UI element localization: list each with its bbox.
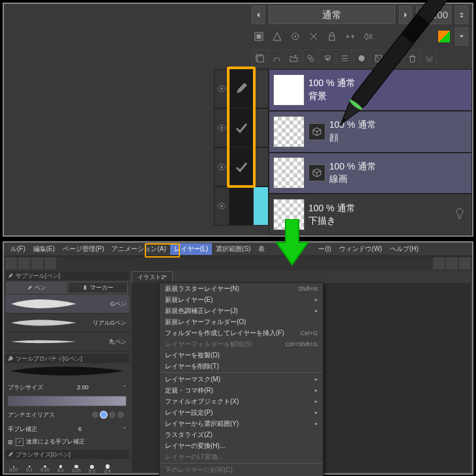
toolbar-button[interactable]	[44, 258, 56, 269]
context-menu-item[interactable]: レイヤーを削除(T)	[160, 361, 323, 372]
ref-icon[interactable]	[288, 29, 303, 44]
brush-size-slider[interactable]	[8, 396, 126, 406]
context-menu-item[interactable]: ラスタライズ(Z)	[160, 429, 323, 440]
mask-button[interactable]	[353, 50, 369, 67]
brush-item-realgpen[interactable]: リアルGペン	[5, 314, 129, 333]
context-menu-item[interactable]: レイヤーマスク(M)	[160, 374, 323, 385]
brush-size-preset[interactable]: 0.15	[38, 460, 52, 476]
edit-marker-cell[interactable]	[230, 108, 253, 147]
brush-item-marupen[interactable]: 丸ペン	[5, 333, 129, 351]
delete-layer-button[interactable]	[404, 50, 420, 67]
brush-size-preset[interactable]: 0.4	[100, 460, 115, 476]
stabilize-value[interactable]: 6	[78, 426, 82, 432]
subtool-palette: サブツール[ペン] ペン マーカー Gペン リアルGペン 丸ペン	[5, 271, 129, 351]
double-arrow-button[interactable]	[421, 50, 437, 67]
eye-icon	[217, 123, 226, 132]
svg-rect-6	[257, 55, 263, 61]
visibility-toggle[interactable]	[214, 186, 230, 226]
visibility-toggle[interactable]	[214, 108, 230, 147]
context-menu-item[interactable]: レイヤーの変換(H)...	[160, 440, 323, 451]
visibility-toggle[interactable]	[214, 147, 230, 186]
active-indicator-column	[253, 69, 269, 235]
new-raster-button[interactable]	[252, 50, 267, 67]
opacity-stepper[interactable]	[455, 6, 468, 24]
lock-icon[interactable]	[325, 29, 339, 44]
brush-size-preset[interactable]: 0.25	[69, 460, 83, 476]
new-folder-button[interactable]	[286, 50, 301, 67]
menu-view[interactable]: 表	[254, 243, 269, 255]
svg-rect-4	[329, 36, 335, 40]
layer-row[interactable]: 100 % 通常背景	[269, 69, 472, 111]
context-menu-item[interactable]: 新規ラスターレイヤー(N)Shift+N	[160, 283, 323, 294]
context-menu-item[interactable]: 新規色調補正レイヤー(J)	[160, 305, 323, 316]
transfer-button[interactable]	[320, 50, 335, 67]
new-adjust-button[interactable]	[303, 50, 318, 67]
brush-size-preset[interactable]: 0.2	[53, 460, 68, 476]
link-icon[interactable]	[343, 29, 357, 44]
context-menu-item[interactable]: 新規レイヤー(E)	[160, 294, 323, 305]
fx-icon[interactable]	[361, 29, 376, 44]
merge-button[interactable]	[336, 50, 352, 67]
menu-animation[interactable]: アニメーション(A)	[108, 243, 170, 255]
visibility-toggle[interactable]	[214, 69, 230, 108]
menu-selection[interactable]: 選択範囲(S)	[212, 243, 254, 255]
menu-layer[interactable]: レイヤー(L)	[170, 243, 212, 255]
context-menu-item: レイヤーフォルダーを解除(S)Ctrl+Shift+G	[160, 338, 323, 350]
new-vector-button[interactable]	[269, 50, 284, 67]
color-dropdown[interactable]	[455, 27, 468, 46]
subtool-tab-marker[interactable]: マーカー	[68, 282, 128, 293]
context-menu-item[interactable]: レイヤーを複製(D)	[160, 350, 323, 361]
context-menu-item[interactable]: レイヤーから選択範囲(Y)	[160, 418, 323, 429]
brush-size-preset[interactable]: 0.3	[85, 460, 99, 476]
mask-icon[interactable]	[270, 29, 284, 44]
toolbar-button[interactable]	[433, 258, 445, 269]
menu-help[interactable]: ヘルプ(H)	[386, 243, 423, 255]
menu-page[interactable]: ページ管理(P)	[59, 243, 108, 255]
document-tab[interactable]: イラスト2*	[132, 271, 173, 284]
clip-icon[interactable]	[252, 29, 266, 44]
context-menu-item[interactable]: フォルダーを作成してレイヤーを挿入(F)Ctrl+G	[160, 327, 323, 338]
prev-blend-button[interactable]	[252, 6, 265, 24]
layer-row[interactable]: 100 % 通常線画	[269, 153, 472, 194]
subtool-tab-pen[interactable]: ペン	[7, 282, 67, 293]
context-menu-item[interactable]: 定規・コマ枠(R)	[160, 385, 323, 396]
blend-mode-dropdown[interactable]: 通常	[269, 6, 395, 24]
brush-size-preset[interactable]: 0.1	[22, 460, 37, 476]
svg-rect-18	[84, 285, 87, 289]
context-menu-item: レイヤーのLT変換...	[160, 451, 323, 462]
layer-row[interactable]: 100 % 通常顔	[269, 111, 472, 153]
context-menu-item[interactable]: レイヤー設定(P)	[160, 407, 323, 418]
menu-window[interactable]: ウィンドウ(W)	[335, 243, 386, 255]
toolbar-button[interactable]	[459, 258, 471, 269]
edit-marker-cell[interactable]	[230, 69, 253, 108]
toolbar-button[interactable]	[18, 258, 30, 269]
checkbox[interactable]: ✓	[16, 438, 23, 446]
speed-stabilize-row[interactable]: ⊞✓速度による手ブレ補正	[5, 436, 129, 447]
antialias-row: アンチエイリアス	[5, 408, 129, 422]
context-menu-item[interactable]: 新規レイヤーフォルダー(O)	[160, 316, 323, 327]
edit-marker-cell[interactable]	[230, 147, 253, 186]
blend-mode-row: 通常 100	[214, 4, 472, 26]
eye-icon	[217, 201, 226, 211]
menu-file[interactable]: ル(F)	[7, 243, 29, 255]
brush-size-value[interactable]: 2.00	[77, 384, 89, 391]
menu-filter[interactable]: ー(I)	[314, 243, 335, 255]
context-menu-item[interactable]: ファイルオブジェクト(X)	[160, 396, 323, 407]
brush-item-gpen[interactable]: Gペン	[5, 295, 129, 314]
next-blend-button[interactable]	[399, 6, 412, 24]
check-icon	[235, 160, 248, 173]
draft-icon[interactable]	[306, 29, 321, 44]
menubar: ル(F) 編集(E) ページ管理(P) アニメーション(A) レイヤー(L) 選…	[4, 243, 472, 256]
toolbar-button[interactable]	[5, 258, 17, 269]
ruler-button[interactable]	[387, 50, 403, 67]
apply-mask-button[interactable]	[370, 50, 386, 67]
brush-size-preset[interactable]: 0.07	[7, 460, 21, 476]
active-indicator	[253, 147, 269, 186]
edit-marker-cell[interactable]	[230, 186, 253, 226]
opacity-field[interactable]: 100	[416, 6, 451, 24]
toolbar-button[interactable]	[446, 258, 458, 269]
toolbar-button[interactable]	[31, 258, 43, 269]
menu-edit[interactable]: 編集(E)	[29, 243, 59, 255]
antialias-options[interactable]	[89, 410, 126, 419]
layer-color-swatch[interactable]	[437, 29, 451, 44]
